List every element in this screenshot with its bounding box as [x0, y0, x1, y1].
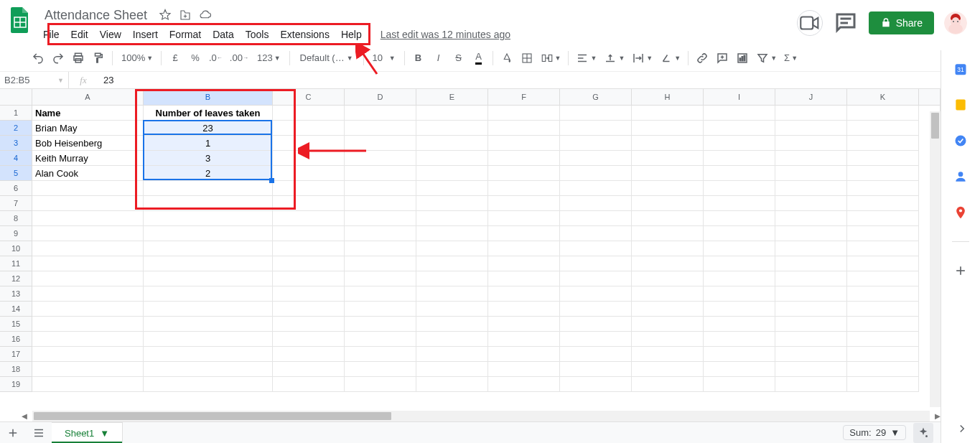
cell-H18[interactable]	[632, 362, 704, 377]
cell-B19[interactable]	[144, 377, 273, 392]
fill-handle[interactable]	[269, 178, 274, 183]
cell-F10[interactable]	[488, 241, 560, 256]
row-header-2[interactable]: 2	[0, 121, 32, 136]
functions-icon[interactable]: Σ▼	[781, 49, 801, 67]
row-header-7[interactable]: 7	[0, 196, 32, 211]
row-header-3[interactable]: 3	[0, 136, 32, 151]
cell-C6[interactable]	[273, 181, 345, 196]
add-addon-icon[interactable]	[953, 264, 968, 278]
row-header-19[interactable]: 19	[0, 377, 32, 392]
menu-help[interactable]: Help	[335, 26, 368, 43]
cell-I6[interactable]	[704, 181, 775, 196]
contacts-icon[interactable]	[953, 169, 968, 184]
cell-I12[interactable]	[704, 271, 775, 286]
cell-F12[interactable]	[488, 271, 560, 286]
col-header-E[interactable]: E	[416, 89, 488, 105]
merge-cells-icon[interactable]: ▼	[538, 49, 564, 67]
cell-J17[interactable]	[775, 347, 847, 362]
cell-H5[interactable]	[632, 166, 704, 181]
cell-C17[interactable]	[273, 347, 345, 362]
cell-A19[interactable]	[32, 377, 144, 392]
cell-K6[interactable]	[847, 181, 919, 196]
cell-A13[interactable]	[32, 286, 144, 302]
cell-C18[interactable]	[273, 362, 345, 377]
cell-F18[interactable]	[488, 362, 560, 377]
cell-E4[interactable]	[416, 151, 488, 166]
cell-H14[interactable]	[632, 302, 704, 317]
menu-view[interactable]: View	[94, 26, 127, 43]
cell-E11[interactable]	[416, 256, 488, 271]
cell-D15[interactable]	[345, 317, 416, 332]
cell-E5[interactable]	[416, 166, 488, 181]
cell-K12[interactable]	[847, 271, 919, 286]
cell-E19[interactable]	[416, 377, 488, 392]
cell-D19[interactable]	[345, 377, 416, 392]
cloud-saved-icon[interactable]	[199, 9, 212, 22]
cell-E1[interactable]	[416, 106, 488, 121]
cell-D18[interactable]	[345, 362, 416, 377]
cell-H13[interactable]	[632, 286, 704, 302]
cell-A12[interactable]	[32, 271, 144, 286]
cell-F19[interactable]	[488, 377, 560, 392]
cell-E12[interactable]	[416, 271, 488, 286]
cell-K17[interactable]	[847, 347, 919, 362]
cell-I11[interactable]	[704, 256, 775, 271]
name-box[interactable]: B2:B5▼	[0, 72, 69, 88]
decrease-decimal-icon[interactable]: .0←	[206, 49, 225, 67]
cell-K3[interactable]	[847, 136, 919, 151]
cell-D6[interactable]	[345, 181, 416, 196]
cell-K2[interactable]	[847, 121, 919, 136]
cell-I16[interactable]	[704, 332, 775, 347]
row-header-9[interactable]: 9	[0, 226, 32, 241]
cell-J12[interactable]	[775, 271, 847, 286]
cell-B9[interactable]	[144, 226, 273, 241]
cell-D10[interactable]	[345, 241, 416, 256]
increase-decimal-icon[interactable]: .00→	[227, 49, 251, 67]
cell-D9[interactable]	[345, 226, 416, 241]
cell-B8[interactable]	[144, 211, 273, 226]
cell-J8[interactable]	[775, 211, 847, 226]
cell-F16[interactable]	[488, 332, 560, 347]
cell-J6[interactable]	[775, 181, 847, 196]
cell-A9[interactable]	[32, 226, 144, 241]
cell-K16[interactable]	[847, 332, 919, 347]
cell-E15[interactable]	[416, 317, 488, 332]
star-icon[interactable]	[159, 9, 172, 22]
cell-G4[interactable]	[560, 151, 632, 166]
cell-I3[interactable]	[704, 136, 775, 151]
cell-K19[interactable]	[847, 377, 919, 392]
cell-E3[interactable]	[416, 136, 488, 151]
cell-B5[interactable]: 2	[144, 166, 273, 181]
cell-D14[interactable]	[345, 302, 416, 317]
cell-I9[interactable]	[704, 226, 775, 241]
cell-C11[interactable]	[273, 256, 345, 271]
cell-F5[interactable]	[488, 166, 560, 181]
cell-D16[interactable]	[345, 332, 416, 347]
undo-icon[interactable]	[29, 49, 47, 67]
cell-I13[interactable]	[704, 286, 775, 302]
select-all-corner[interactable]	[0, 89, 32, 105]
cell-C12[interactable]	[273, 271, 345, 286]
calendar-icon[interactable]: 31	[953, 62, 968, 76]
font-size-select[interactable]: 10▼	[368, 49, 400, 67]
cell-B14[interactable]	[144, 302, 273, 317]
menu-data[interactable]: Data	[207, 26, 240, 43]
cell-G12[interactable]	[560, 271, 632, 286]
cell-J13[interactable]	[775, 286, 847, 302]
hide-sidepanel-icon[interactable]	[956, 422, 969, 437]
menu-insert[interactable]: Insert	[127, 26, 164, 43]
zoom-select[interactable]: 100%▼	[117, 49, 157, 67]
cell-H15[interactable]	[632, 317, 704, 332]
cell-C3[interactable]	[273, 136, 345, 151]
cell-F4[interactable]	[488, 151, 560, 166]
cell-I15[interactable]	[704, 317, 775, 332]
cell-K10[interactable]	[847, 241, 919, 256]
row-header-15[interactable]: 15	[0, 317, 32, 332]
cell-H2[interactable]	[632, 121, 704, 136]
cell-B18[interactable]	[144, 362, 273, 377]
comment-icon[interactable]	[713, 49, 732, 67]
cell-C14[interactable]	[273, 302, 345, 317]
cell-G19[interactable]	[560, 377, 632, 392]
col-header-B[interactable]: B	[144, 89, 273, 105]
cell-I14[interactable]	[704, 302, 775, 317]
